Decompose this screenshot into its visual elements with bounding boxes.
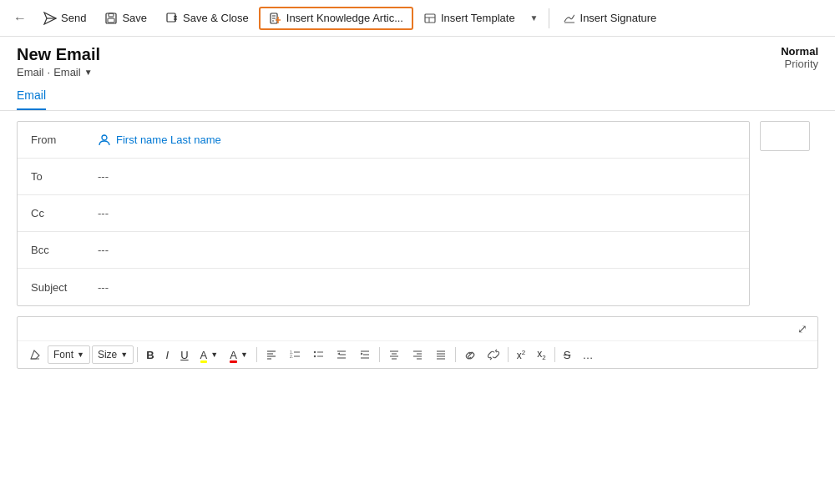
ordered-list-icon: 1. 2. — [289, 349, 301, 360]
insert-template-button[interactable]: Insert Template — [415, 8, 524, 28]
svg-text:2.: 2. — [290, 354, 293, 359]
ordered-list-button[interactable]: 1. 2. — [284, 345, 306, 364]
size-select[interactable]: Size ▼ — [92, 345, 134, 364]
align-center-button[interactable] — [383, 345, 405, 364]
editor-divider-4 — [455, 347, 456, 362]
editor-divider-2 — [256, 347, 257, 362]
font-dropdown-arrow: ▼ — [77, 350, 84, 359]
svg-marker-41 — [361, 353, 363, 355]
insert-signature-icon — [563, 12, 576, 25]
send-icon — [43, 12, 57, 25]
svg-rect-15 — [425, 14, 435, 23]
editor-container: ⤢ Font ▼ Size ▼ B I — [17, 316, 818, 369]
highlight-button[interactable]: A ▼ — [195, 345, 224, 365]
bcc-value[interactable]: --- — [98, 244, 109, 256]
editor-divider-3 — [379, 347, 380, 362]
save-close-button[interactable]: Save & Close — [157, 8, 257, 28]
align-right-button[interactable] — [407, 345, 428, 364]
indent-increase-button[interactable] — [354, 345, 376, 364]
more-button[interactable]: … — [577, 345, 598, 365]
svg-line-56 — [495, 350, 497, 351]
form-row-subject: Subject --- — [18, 269, 749, 305]
email-form: From First name Last name To --- Cc --- … — [17, 121, 750, 306]
align-justify-icon — [435, 349, 447, 360]
svg-rect-3 — [109, 13, 114, 17]
editor-toolbar: Font ▼ Size ▼ B I U A ▼ — [18, 341, 817, 368]
unlink-icon — [488, 349, 499, 360]
back-button[interactable]: ← — [7, 5, 33, 32]
more-icon: … — [582, 349, 593, 361]
page-subtitle: Email · Email ▼ — [17, 66, 100, 78]
cc-value[interactable]: --- — [98, 207, 109, 219]
page-priority: Normal Priority — [781, 45, 818, 70]
strikethrough-button[interactable]: S — [559, 345, 576, 365]
form-row-bcc: Bcc --- — [18, 232, 749, 269]
save-button[interactable]: Save — [96, 8, 155, 28]
tab-bar: Email — [0, 82, 835, 111]
strikethrough-icon: S — [564, 349, 571, 361]
toolbar-dropdown-button[interactable]: ▼ — [525, 10, 544, 26]
send-button[interactable]: Send — [35, 8, 94, 28]
subtitle-dropdown-arrow[interactable]: ▼ — [84, 68, 93, 77]
link-button[interactable] — [459, 345, 481, 364]
svg-line-55 — [490, 358, 492, 360]
side-panel — [760, 121, 818, 306]
insert-knowledge-button[interactable]: Insert Knowledge Artic... — [259, 7, 413, 30]
editor-divider-5 — [508, 347, 509, 362]
indent-decrease-button[interactable] — [331, 345, 352, 364]
priority-sub: Priority — [781, 58, 818, 70]
cc-label: Cc — [31, 207, 98, 219]
main-toolbar: ← Send Save Save & Close — [0, 0, 835, 37]
underline-button[interactable]: U — [175, 345, 193, 365]
align-center-icon — [388, 349, 400, 360]
align-left-button[interactable] — [261, 345, 282, 364]
to-label: To — [31, 170, 98, 183]
svg-marker-20 — [31, 350, 39, 359]
subtitle-link[interactable]: Email — [53, 66, 81, 78]
link-icon — [464, 349, 476, 360]
page-title: New Email — [17, 45, 100, 64]
highlight-icon: A — [200, 349, 208, 361]
editor-divider-6 — [554, 347, 555, 362]
eraser-button[interactable] — [24, 345, 46, 364]
svg-marker-37 — [337, 353, 340, 355]
subject-label: Subject — [31, 281, 98, 294]
tab-email[interactable]: Email — [17, 82, 46, 110]
user-icon — [98, 134, 111, 147]
subscript-icon: x2 — [537, 348, 545, 361]
subject-value[interactable]: --- — [98, 281, 109, 294]
svg-point-19 — [102, 135, 107, 140]
to-value[interactable]: --- — [98, 170, 109, 183]
insert-signature-button[interactable]: Insert Signature — [554, 8, 665, 28]
form-row-from: From First name Last name — [18, 122, 749, 159]
priority-label: Normal — [781, 45, 818, 58]
unlink-button[interactable] — [483, 345, 504, 364]
superscript-button[interactable]: x2 — [512, 345, 530, 365]
indent-increase-icon — [359, 349, 371, 360]
font-color-button[interactable]: A ▼ — [225, 345, 253, 365]
side-panel-box — [760, 121, 810, 151]
from-label: From — [31, 134, 98, 146]
font-color-icon: A — [230, 349, 237, 361]
insert-knowledge-icon — [269, 12, 282, 25]
subtitle-separator: · — [48, 66, 51, 78]
bold-button[interactable]: B — [141, 345, 159, 365]
italic-button[interactable]: I — [161, 345, 175, 365]
subscript-button[interactable]: x2 — [532, 345, 550, 365]
svg-point-30 — [314, 351, 316, 353]
svg-point-32 — [314, 355, 316, 357]
toolbar-divider — [549, 8, 549, 28]
unordered-list-button[interactable] — [307, 345, 329, 364]
editor-top-bar: ⤢ — [18, 317, 817, 341]
align-right-icon — [412, 349, 423, 360]
from-value[interactable]: First name Last name — [98, 134, 221, 147]
font-select[interactable]: Font ▼ — [48, 345, 90, 364]
indent-decrease-icon — [336, 349, 347, 360]
align-justify-button[interactable] — [430, 345, 452, 364]
svg-rect-4 — [108, 18, 114, 23]
insert-template-icon — [423, 12, 437, 25]
expand-button[interactable]: ⤢ — [794, 320, 811, 337]
unordered-list-icon — [312, 349, 324, 360]
svg-rect-5 — [167, 13, 175, 22]
form-row-to: To --- — [18, 159, 749, 195]
